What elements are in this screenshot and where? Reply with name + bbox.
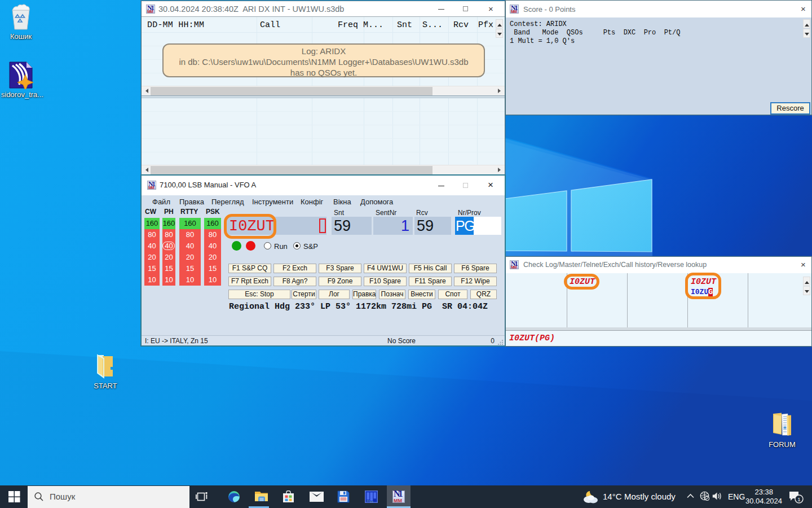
- svg-text:1: 1: [797, 496, 800, 502]
